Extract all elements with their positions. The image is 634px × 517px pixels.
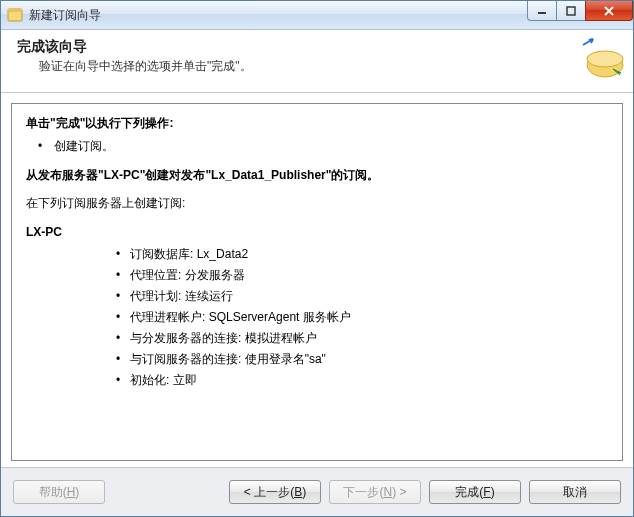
detail-value: 立即 — [173, 370, 197, 391]
window-controls — [528, 1, 633, 21]
page-subtitle: 验证在向导中选择的选项并单击"完成"。 — [39, 58, 573, 75]
svg-rect-3 — [567, 7, 575, 15]
content-wrap: 单击"完成"以执行下列操作: • 创建订阅。 从发布服务器"LX-PC"创建对发… — [1, 93, 633, 467]
window-title: 新建订阅向导 — [29, 7, 101, 24]
button-label: 帮助( — [39, 484, 67, 501]
button-label-tail: ) — [491, 485, 495, 499]
app-icon — [7, 7, 23, 23]
button-label: 完成( — [455, 484, 483, 501]
minimize-button[interactable] — [527, 1, 557, 21]
execute-heading: 单击"完成"以执行下列操作: — [26, 112, 608, 135]
wizard-footer: 帮助(H) < 上一步(B) 下一步(N) > 完成(F) 取消 — [1, 467, 633, 516]
wizard-icon — [573, 30, 633, 92]
detail-label: 与订阅服务器的连接: — [130, 349, 241, 370]
maximize-button[interactable] — [556, 1, 586, 21]
detail-value: 使用登录名"sa" — [245, 349, 326, 370]
servers-intro: 在下列订阅服务器上创建订阅: — [26, 192, 608, 215]
button-label-tail: ) — [302, 485, 306, 499]
bullet-icon: • — [106, 307, 130, 328]
detail-row: •代理位置: 分发服务器 — [106, 265, 608, 286]
help-button[interactable]: 帮助(H) — [13, 480, 105, 504]
detail-value: 连续运行 — [185, 286, 233, 307]
detail-label: 订阅数据库: — [130, 244, 193, 265]
titlebar: 新建订阅向导 — [1, 1, 633, 30]
detail-value: 分发服务器 — [185, 265, 245, 286]
action-item: • 创建订阅。 — [26, 135, 608, 158]
cancel-button[interactable]: 取消 — [529, 480, 621, 504]
server-name: LX-PC — [26, 221, 608, 244]
button-hotkey: N — [383, 485, 392, 499]
button-label: 下一步( — [343, 484, 383, 501]
button-hotkey: H — [67, 485, 76, 499]
bullet-icon: • — [106, 328, 130, 349]
subscription-details: •订阅数据库: Lx_Data2 •代理位置: 分发服务器 •代理计划: 连续运… — [26, 244, 608, 391]
from-publisher-line: 从发布服务器"LX-PC"创建对发布"Lx_Data1_Publisher"的订… — [26, 164, 608, 187]
svg-rect-2 — [538, 12, 546, 14]
summary-panel[interactable]: 单击"完成"以执行下列操作: • 创建订阅。 从发布服务器"LX-PC"创建对发… — [11, 103, 623, 461]
detail-row: •代理计划: 连续运行 — [106, 286, 608, 307]
close-button[interactable] — [585, 1, 633, 21]
button-hotkey: F — [483, 485, 490, 499]
detail-label: 代理位置: — [130, 265, 181, 286]
action-text: 创建订阅。 — [54, 135, 114, 158]
detail-label: 与分发服务器的连接: — [130, 328, 241, 349]
button-label-tail: ) > — [392, 485, 406, 499]
detail-row: •代理进程帐户: SQLServerAgent 服务帐户 — [106, 307, 608, 328]
svg-rect-1 — [8, 9, 22, 12]
finish-button[interactable]: 完成(F) — [429, 480, 521, 504]
detail-value: SQLServerAgent 服务帐户 — [209, 307, 351, 328]
svg-point-5 — [587, 51, 623, 67]
detail-value: Lx_Data2 — [197, 244, 248, 265]
detail-row: •初始化: 立即 — [106, 370, 608, 391]
back-button[interactable]: < 上一步(B) — [229, 480, 321, 504]
header-text: 完成该向导 验证在向导中选择的选项并单击"完成"。 — [1, 30, 573, 92]
detail-row: •与分发服务器的连接: 模拟进程帐户 — [106, 328, 608, 349]
detail-value: 模拟进程帐户 — [245, 328, 317, 349]
button-label: < 上一步( — [244, 484, 294, 501]
button-label-tail: ) — [75, 485, 79, 499]
wizard-window: 新建订阅向导 完成该向导 验证在向导中选择的选项并单击"完成"。 — [0, 0, 634, 517]
bullet-icon: • — [106, 244, 130, 265]
button-hotkey: B — [294, 485, 302, 499]
detail-label: 代理计划: — [130, 286, 181, 307]
bullet-icon: • — [106, 370, 130, 391]
bullet-icon: • — [106, 265, 130, 286]
page-title: 完成该向导 — [17, 38, 573, 56]
button-label: 取消 — [563, 484, 587, 501]
detail-row: •订阅数据库: Lx_Data2 — [106, 244, 608, 265]
bullet-icon: • — [26, 135, 54, 158]
detail-row: •与订阅服务器的连接: 使用登录名"sa" — [106, 349, 608, 370]
detail-label: 代理进程帐户: — [130, 307, 205, 328]
wizard-header: 完成该向导 验证在向导中选择的选项并单击"完成"。 — [1, 30, 633, 93]
detail-label: 初始化: — [130, 370, 169, 391]
bullet-icon: • — [106, 349, 130, 370]
bullet-icon: • — [106, 286, 130, 307]
next-button: 下一步(N) > — [329, 480, 421, 504]
